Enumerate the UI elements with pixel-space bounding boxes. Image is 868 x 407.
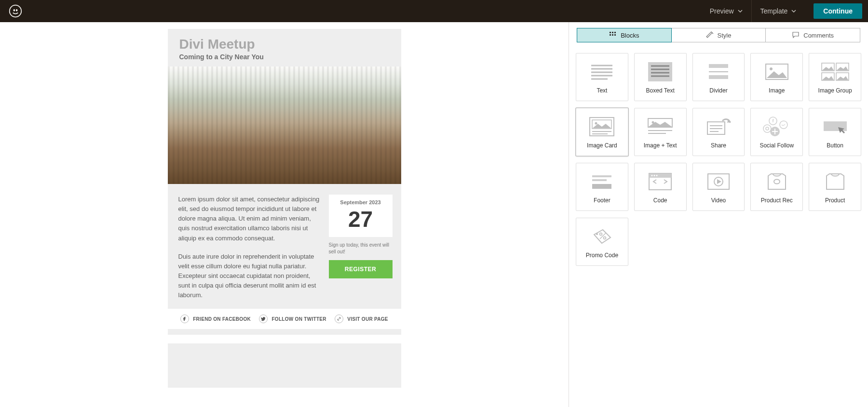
tab-blocks[interactable]: Blocks bbox=[577, 28, 672, 42]
svg-point-62 bbox=[604, 237, 606, 239]
top-bar: Preview Template Continue bbox=[0, 0, 868, 22]
block-video[interactable]: Video bbox=[692, 163, 745, 211]
image-block-icon bbox=[760, 59, 794, 84]
svg-point-56 bbox=[654, 175, 655, 176]
block-label: Promo Code bbox=[586, 252, 618, 259]
link-icon bbox=[335, 315, 343, 323]
block-promo-code[interactable]: Promo Code bbox=[576, 218, 628, 266]
product-rec-block-icon bbox=[760, 169, 794, 194]
svg-line-63 bbox=[600, 233, 606, 239]
svg-point-57 bbox=[656, 175, 658, 176]
facebook-link[interactable]: FRIEND ON FACEBOOK bbox=[180, 315, 251, 323]
tab-style[interactable]: Style bbox=[672, 28, 766, 42]
social-follow-block-icon: f bbox=[760, 114, 794, 139]
blocks-icon bbox=[609, 31, 617, 39]
svg-point-1 bbox=[14, 9, 15, 11]
svg-point-44 bbox=[766, 127, 769, 130]
svg-rect-21 bbox=[709, 75, 728, 79]
block-button[interactable]: Button bbox=[809, 108, 861, 156]
block-label: Video bbox=[711, 197, 726, 204]
block-image[interactable]: Image bbox=[750, 53, 803, 101]
body-paragraph: Duis aute irure dolor in reprehenderit i… bbox=[178, 252, 320, 301]
template-dropdown[interactable]: Template bbox=[752, 0, 805, 22]
body-text: Lorem ipsum dolor sit amet, consectetur … bbox=[178, 195, 320, 300]
block-label: Share bbox=[711, 142, 726, 149]
svg-text:f: f bbox=[772, 118, 774, 123]
block-product[interactable]: Product bbox=[809, 163, 861, 211]
svg-rect-14 bbox=[648, 62, 672, 81]
twitter-label: FOLLOW ON TWITTER bbox=[271, 316, 326, 322]
sidebar: Blocks Style Comments Text Boxed Text bbox=[569, 22, 868, 407]
block-image-group[interactable]: Image Group bbox=[809, 53, 861, 101]
tab-comments-label: Comments bbox=[803, 32, 834, 39]
block-code[interactable]: Code bbox=[634, 163, 687, 211]
svg-rect-5 bbox=[614, 32, 616, 33]
mailchimp-logo-icon[interactable] bbox=[9, 4, 22, 18]
social-row: FRIEND ON FACEBOOK FOLLOW ON TWITTER VIS… bbox=[168, 309, 401, 329]
svg-point-45 bbox=[780, 121, 787, 129]
product-block-icon bbox=[818, 169, 852, 194]
svg-point-0 bbox=[10, 5, 22, 17]
block-label: Text bbox=[597, 87, 607, 94]
facebook-icon bbox=[180, 315, 189, 323]
svg-point-23 bbox=[770, 67, 773, 70]
register-button[interactable]: REGISTER bbox=[329, 260, 393, 278]
svg-rect-7 bbox=[612, 34, 613, 36]
blocks-grid: Text Boxed Text Divider Image Image Grou… bbox=[569, 42, 868, 276]
block-label: Social Follow bbox=[760, 142, 794, 149]
twitter-icon bbox=[259, 315, 268, 323]
email-preview[interactable]: Divi Meetup Coming to a City Near You Lo… bbox=[168, 29, 401, 388]
chevron-down-icon bbox=[791, 9, 796, 13]
svg-rect-19 bbox=[709, 64, 728, 68]
svg-rect-52 bbox=[592, 184, 611, 189]
body-paragraph: Lorem ipsum dolor sit amet, consectetur … bbox=[178, 195, 320, 243]
email-subtitle: Coming to a City Near You bbox=[179, 53, 390, 61]
preview-label: Preview bbox=[710, 7, 734, 15]
video-block-icon bbox=[702, 169, 735, 194]
block-boxed-text[interactable]: Boxed Text bbox=[634, 53, 687, 101]
block-label: Boxed Text bbox=[646, 87, 675, 94]
svg-point-43 bbox=[763, 125, 771, 132]
hero-image[interactable] bbox=[168, 66, 401, 184]
block-image-card[interactable]: Image Card bbox=[576, 108, 628, 156]
image-group-block-icon bbox=[818, 59, 852, 84]
date-month: September 2023 bbox=[332, 199, 390, 205]
twitter-link[interactable]: FOLLOW ON TWITTER bbox=[259, 315, 326, 323]
svg-point-60 bbox=[596, 233, 598, 235]
code-block-icon bbox=[643, 169, 677, 194]
svg-point-61 bbox=[600, 233, 602, 236]
footer-block-icon bbox=[585, 169, 619, 194]
comments-icon bbox=[792, 31, 800, 39]
text-block-icon bbox=[585, 59, 619, 84]
block-label: Image Group bbox=[818, 87, 852, 94]
preview-dropdown[interactable]: Preview bbox=[701, 0, 752, 22]
canvas-area[interactable]: Divi Meetup Coming to a City Near You Lo… bbox=[0, 22, 569, 407]
block-label: Product Rec bbox=[761, 197, 793, 204]
block-footer[interactable]: Footer bbox=[576, 163, 628, 211]
block-share[interactable]: Share bbox=[692, 108, 745, 156]
continue-button[interactable]: Continue bbox=[814, 3, 862, 19]
divider-block-icon bbox=[702, 59, 735, 84]
spacer-block[interactable] bbox=[168, 335, 401, 343]
visit-page-link[interactable]: VISIT OUR PAGE bbox=[335, 315, 388, 323]
svg-rect-49 bbox=[824, 121, 847, 131]
block-image-text[interactable]: Image + Text bbox=[634, 108, 687, 156]
facebook-label: FRIEND ON FACEBOOK bbox=[193, 316, 251, 322]
date-card: September 2023 27 bbox=[329, 195, 393, 237]
block-text[interactable]: Text bbox=[576, 53, 628, 101]
svg-rect-8 bbox=[614, 34, 616, 36]
tab-blocks-label: Blocks bbox=[621, 32, 639, 39]
block-product-rec[interactable]: Product Rec bbox=[750, 163, 803, 211]
block-social-follow[interactable]: f Social Follow bbox=[750, 108, 803, 156]
svg-rect-3 bbox=[610, 32, 611, 33]
block-label: Divider bbox=[709, 87, 727, 94]
svg-rect-6 bbox=[610, 34, 611, 36]
block-label: Code bbox=[653, 197, 667, 204]
tab-comments[interactable]: Comments bbox=[766, 28, 860, 42]
svg-point-55 bbox=[651, 175, 653, 176]
block-label: Product bbox=[825, 197, 845, 204]
block-divider[interactable]: Divider bbox=[692, 53, 745, 101]
image-card-block-icon bbox=[585, 114, 619, 139]
svg-point-30 bbox=[595, 122, 597, 125]
image-text-block-icon bbox=[643, 114, 677, 139]
